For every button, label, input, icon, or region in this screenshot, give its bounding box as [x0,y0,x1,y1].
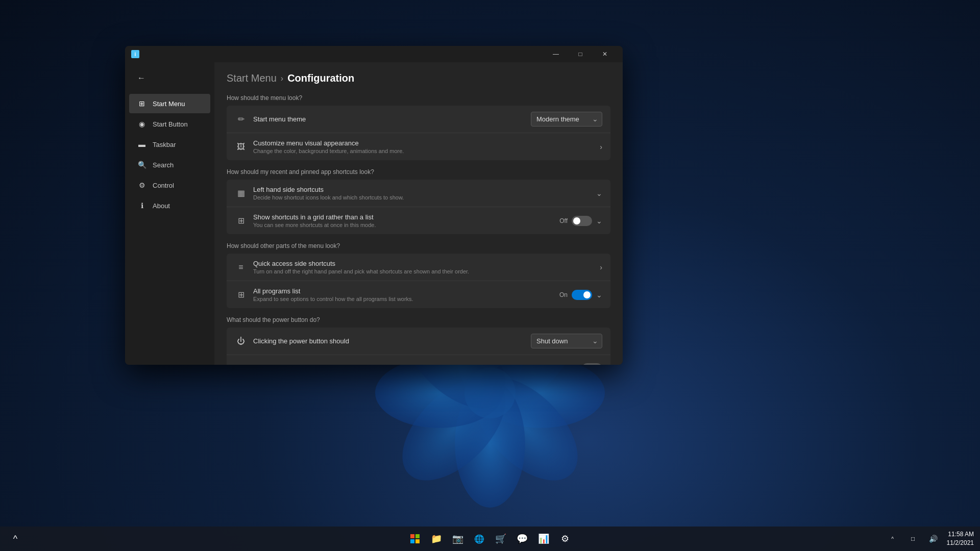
setting-customize-visual[interactable]: 🖼 Customize menu visual appearance Chang… [227,133,610,160]
setting-show-icon-shutdown[interactable]: Show icon on the shutdown button Off [227,355,610,365]
power-control: Shut down Restart Sleep Hibernate Sign o… [531,334,602,348]
app-icon: i [131,50,139,58]
section2-card: ▦ Left hand side shortcuts Decide how sh… [227,180,610,234]
sidebar-item-start-menu[interactable]: ⊞ Start Menu [129,94,210,113]
maximize-button[interactable]: □ [569,46,592,62]
breadcrumb-current: Configuration [287,72,354,84]
sidebar-item-search[interactable]: 🔍 Search [129,155,210,174]
svg-point-8 [464,367,516,418]
svg-rect-10 [415,534,420,538]
grid-toggle-label: Off [559,217,568,224]
taskbar-teams-icon[interactable]: 💬 [513,530,531,548]
taskbar-edge-icon[interactable]: 🌐 [470,530,488,548]
app-window: i — □ ✕ ← ⊞ Start Menu ◉ Start Button ▬ … [125,46,623,365]
taskbar-chevron-icon[interactable]: ^ [6,530,24,548]
section4-header: What should the power button do? [227,316,610,323]
setting-power-action[interactable]: ⏻ Clicking the power button should Shut … [227,328,610,355]
left-shortcuts-icon: ▦ [235,187,247,199]
all-programs-chevron-icon: ⌄ [596,291,602,299]
quick-access-icon: ≡ [235,261,247,273]
breadcrumb: Start Menu › Configuration [227,72,610,84]
theme-dropdown[interactable]: Modern theme Windows 10 Windows 7 [531,112,602,127]
power-dropdown[interactable]: Shut down Restart Sleep Hibernate Sign o… [531,334,602,348]
setting-left-shortcuts[interactable]: ▦ Left hand side shortcuts Decide how sh… [227,180,610,207]
all-programs-desc: Expand to see options to control how the… [253,296,553,302]
visual-control: › [600,143,602,151]
sidebar-item-about[interactable]: ℹ About [129,196,210,215]
start-menu-icon: ⊞ [137,99,146,108]
visual-arrow-icon: › [600,143,602,151]
taskbar-right: ^ □ 🔊 11:58 AM 11/2/2021 [884,530,974,548]
sidebar-label-about: About [153,202,170,210]
power-title: Clicking the power button should [253,337,525,345]
left-shortcuts-desc: Decide how shortcut icons look and which… [253,194,590,201]
svg-rect-11 [410,539,414,543]
system-tray: ^ □ 🔊 [884,530,943,548]
taskbar-icon: ▬ [137,140,146,149]
sidebar-item-taskbar[interactable]: ▬ Taskbar [129,135,210,154]
sidebar-item-control[interactable]: ⚙ Control [129,176,210,195]
tray-display-icon[interactable]: □ [904,530,922,548]
taskbar-left: ^ [6,530,24,548]
minimize-button[interactable]: — [544,46,568,62]
quick-access-title: Quick access side shortcuts [253,260,594,267]
breadcrumb-separator: › [281,74,283,83]
taskbar-date-display: 11/2/2021 [947,539,974,547]
theme-title: Start menu theme [253,115,525,123]
taskbar-widget-icon[interactable]: 📊 [534,530,553,548]
sidebar-item-start-button[interactable]: ◉ Start Button [129,114,210,134]
grid-toggle-slider [572,216,592,226]
setting-start-menu-theme[interactable]: ✏ Start menu theme Modern theme Windows … [227,106,610,133]
sidebar-label-start-button: Start Button [153,120,188,128]
quick-access-arrow-icon: › [600,263,602,271]
power-icon: ⏻ [235,335,247,347]
taskbar-time-display: 11:58 AM [947,530,974,539]
close-button[interactable]: ✕ [593,46,617,62]
grid-toggle[interactable] [572,216,592,226]
taskbar-settings-icon[interactable]: ⚙ [556,530,574,548]
tray-volume-icon[interactable]: 🔊 [924,530,943,548]
taskbar-center: 📁 📷 🌐 🛒 💬 📊 ⚙ [406,530,574,548]
all-programs-title: All programs list [253,287,553,295]
all-programs-toggle[interactable] [572,290,592,300]
main-content: Start Menu › Configuration How should th… [214,62,623,365]
setting-show-grid[interactable]: ⊞ Show shortcuts in a grid rather than a… [227,207,610,234]
grid-chevron-icon: ⌄ [596,217,602,225]
show-icon-placeholder [235,362,247,365]
setting-quick-access[interactable]: ≡ Quick access side shortcuts Turn on an… [227,254,610,281]
taskbar-camera-icon[interactable]: 📷 [449,530,467,548]
svg-rect-9 [410,534,414,538]
show-icon-toggle-label: Off [570,365,578,365]
start-button-icon: ◉ [137,119,146,129]
back-button[interactable]: ← [129,68,210,88]
section3-card: ≡ Quick access side shortcuts Turn on an… [227,254,610,308]
grid-title: Show shortcuts in a grid rather than a l… [253,213,553,221]
taskbar-store-icon[interactable]: 🛒 [492,530,510,548]
theme-icon: ✏ [235,113,247,126]
power-dropdown-wrapper: Shut down Restart Sleep Hibernate Sign o… [531,334,602,348]
section3-header: How should other parts of the menu look? [227,242,610,249]
taskbar-start-icon[interactable] [406,530,424,548]
section2-header: How should my recent and pinned app shor… [227,168,610,176]
all-programs-control: On ⌄ [559,290,602,300]
sidebar-label-control: Control [153,182,174,189]
taskbar-datetime[interactable]: 11:58 AM 11/2/2021 [947,530,974,547]
taskbar: ^ 📁 📷 🌐 🛒 💬 📊 ⚙ ^ □ 🔊 11:58 AM 11/2/2021 [0,527,980,551]
tray-chevron-icon[interactable]: ^ [884,530,902,548]
left-shortcuts-control: ⌄ [596,189,602,197]
taskbar-file-explorer-icon[interactable]: 📁 [427,530,446,548]
sidebar-label-start-menu: Start Menu [153,100,185,108]
setting-all-programs[interactable]: ⊞ All programs list Expand to see option… [227,281,610,308]
control-icon: ⚙ [137,181,146,190]
section1-card: ✏ Start menu theme Modern theme Windows … [227,106,610,160]
breadcrumb-parent: Start Menu [227,72,277,84]
theme-control: Modern theme Windows 10 Windows 7 [531,112,602,127]
svg-rect-12 [415,539,420,543]
show-icon-toggle[interactable] [582,363,602,365]
all-programs-icon: ⊞ [235,289,247,301]
show-icon-toggle-slider [582,363,602,365]
sidebar: ← ⊞ Start Menu ◉ Start Button ▬ Taskbar … [125,62,214,365]
quick-access-control: › [600,263,602,271]
back-icon: ← [137,73,145,83]
show-icon-control: Off [570,363,602,365]
